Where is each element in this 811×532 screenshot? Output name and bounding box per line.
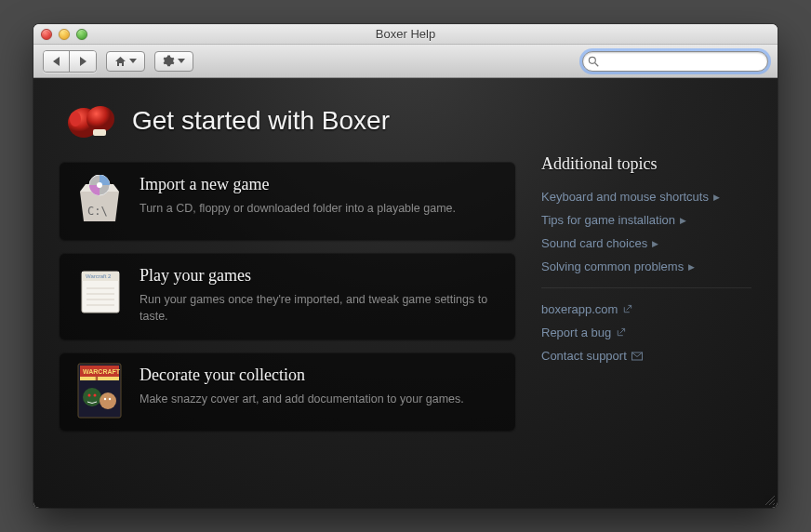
- mail-icon: [632, 352, 643, 361]
- svg-line-1: [595, 62, 599, 66]
- chevron-right-icon: ▶: [680, 216, 686, 225]
- svg-point-26: [104, 398, 106, 400]
- card-desc: Make snazzy cover art, and add documenta…: [140, 391, 464, 407]
- external-link-icon: [622, 304, 632, 314]
- search-icon: [587, 55, 600, 68]
- card-desc: Turn a CD, floppy or downloaded folder i…: [140, 200, 456, 217]
- chevron-right-icon: ▶: [713, 193, 720, 202]
- nav-segment: [43, 50, 97, 73]
- external-link[interactable]: Contact support: [541, 344, 751, 367]
- page-title: Get started with Boxer: [132, 106, 390, 136]
- action-menu-button[interactable]: [154, 51, 193, 72]
- chevron-down-icon: [178, 59, 185, 63]
- svg-point-25: [100, 392, 116, 409]
- card-title: Decorate your collection: [140, 366, 464, 385]
- topic-link[interactable]: Solving common problems▶: [541, 255, 751, 278]
- sidebar: Additional topics Keyboard and mouse sho…: [541, 99, 751, 491]
- search-field[interactable]: [582, 51, 768, 72]
- toolbar: [33, 45, 778, 78]
- page-header: Get started with Boxer: [65, 99, 515, 143]
- external-link-icon: [616, 327, 626, 338]
- help-window: Boxer Help: [33, 24, 778, 508]
- svg-point-9: [97, 182, 102, 188]
- svg-text:C:\: C:\: [87, 205, 108, 218]
- card-title: Import a new game: [140, 175, 456, 194]
- close-window-button[interactable]: [41, 29, 52, 40]
- boxing-gloves-icon: [65, 99, 117, 143]
- search-input[interactable]: [604, 55, 762, 68]
- svg-text:Warcraft 2: Warcraft 2: [86, 273, 112, 279]
- sidebar-heading: Additional topics: [541, 154, 751, 174]
- external-link[interactable]: boxerapp.com: [541, 298, 751, 321]
- svg-point-24: [94, 394, 97, 397]
- traffic-lights: [33, 29, 87, 40]
- window-title: Boxer Help: [33, 27, 778, 41]
- minimize-window-button[interactable]: [59, 29, 70, 40]
- chevron-left-icon: [53, 57, 60, 66]
- card-title: Play your games: [140, 266, 500, 286]
- card-play-games[interactable]: Warcraft 2 Play your games Run your game…: [60, 253, 515, 339]
- topic-list: Keyboard and mouse shortcuts▶ Tips for g…: [541, 185, 751, 278]
- gear-icon: [163, 55, 175, 67]
- card-decorate-collection[interactable]: WARCRAFT II Decorate your collection: [60, 352, 515, 431]
- svg-rect-20: [80, 377, 119, 380]
- svg-point-4: [70, 112, 81, 126]
- topic-link[interactable]: Keyboard and mouse shortcuts▶: [541, 185, 751, 208]
- decorate-collection-icon: WARCRAFT II: [74, 366, 125, 416]
- resize-handle[interactable]: [763, 493, 776, 506]
- forward-button[interactable]: [70, 51, 96, 72]
- zoom-window-button[interactable]: [76, 29, 87, 40]
- svg-point-27: [109, 398, 111, 400]
- external-link-list: boxerapp.com Report a bug Contact suppor…: [541, 298, 751, 367]
- chevron-right-icon: [80, 57, 86, 66]
- svg-point-0: [589, 57, 595, 63]
- content-area: Get started with Boxer C:\: [33, 78, 778, 508]
- card-import-game[interactable]: C:\ Import a new game Turn a CD, floppy …: [60, 162, 515, 240]
- svg-text:WARCRAFT: WARCRAFT: [83, 368, 121, 375]
- home-icon: [114, 56, 126, 67]
- back-button[interactable]: [44, 51, 70, 72]
- svg-line-31: [773, 503, 775, 505]
- chevron-down-icon: [129, 59, 137, 63]
- topic-link[interactable]: Sound card choices▶: [541, 232, 751, 255]
- import-game-icon: C:\: [74, 175, 125, 225]
- main-column: Get started with Boxer C:\: [60, 99, 515, 491]
- titlebar: Boxer Help: [33, 24, 778, 45]
- svg-point-3: [86, 106, 114, 132]
- external-link[interactable]: Report a bug: [541, 321, 751, 344]
- svg-rect-5: [93, 129, 106, 136]
- svg-point-23: [88, 394, 91, 397]
- home-menu-button[interactable]: [106, 51, 145, 72]
- chevron-right-icon: ▶: [652, 239, 658, 248]
- topic-link[interactable]: Tips for game installation▶: [541, 208, 751, 232]
- chevron-right-icon: ▶: [688, 262, 695, 272]
- card-desc: Run your games once they're imported, an…: [140, 291, 500, 325]
- play-games-icon: Warcraft 2: [74, 266, 125, 316]
